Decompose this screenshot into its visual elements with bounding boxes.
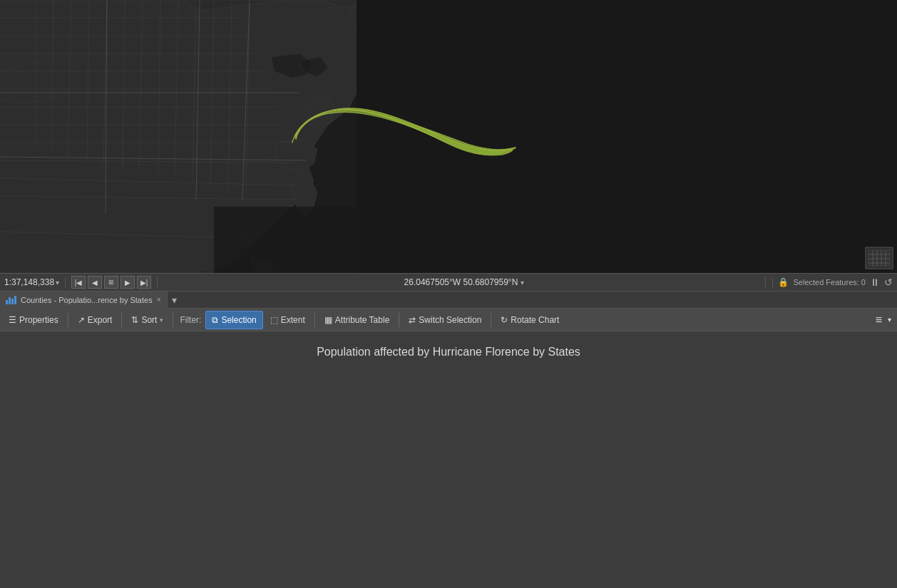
rotate-chart-button[interactable]: ↻ Rotate Chart	[495, 311, 565, 329]
nav-forward-btn[interactable]: ▶	[121, 276, 135, 289]
rotate-chart-label: Rotate Chart	[511, 315, 559, 325]
separator-4	[314, 313, 315, 327]
separator-3	[173, 313, 173, 327]
attribute-table-button[interactable]: ▦ Attribute Table	[319, 311, 396, 329]
content-area: Population affected by Hurricane Florenc…	[0, 331, 897, 588]
refresh-btn[interactable]: ↺	[884, 277, 893, 288]
properties-button[interactable]: ☰ Properties	[3, 311, 64, 329]
toolbar-dropdown-button[interactable]: ▾	[885, 311, 894, 329]
coord-dropdown-arrow[interactable]: ▾	[521, 279, 524, 287]
separator-5	[399, 313, 399, 327]
extent-filter-icon: ⬚	[270, 315, 278, 325]
nav-last-btn[interactable]: ▶|	[137, 276, 151, 289]
export-icon: ↗	[78, 315, 85, 325]
active-tab[interactable]: Counties - Populatio...rence by States ×	[0, 292, 168, 309]
toolbar-right: ≡ ▾	[873, 311, 894, 329]
export-button[interactable]: ↗ Export	[72, 311, 118, 329]
sort-icon: ⇅	[131, 315, 138, 325]
switch-selection-icon: ⇄	[409, 315, 416, 325]
switch-selection-button[interactable]: ⇄ Switch Selection	[403, 311, 487, 329]
status-bar: 1:37,148,338 ▾ |◀ ◀ ⊞ ▶ ▶| 26.0467505°W …	[0, 273, 897, 292]
separator-6	[491, 313, 491, 327]
list-view-button[interactable]: ≡	[873, 311, 885, 329]
sort-button[interactable]: ⇅ Sort ▾	[125, 311, 169, 329]
tab-close-btn[interactable]: ×	[157, 296, 161, 304]
properties-label: Properties	[19, 315, 58, 325]
svg-rect-29	[868, 250, 890, 266]
filter-label: Filter:	[177, 315, 204, 325]
tab-bar: Counties - Populatio...rence by States ×…	[0, 292, 897, 309]
tab-chart-icon	[6, 296, 16, 304]
extent-filter-label: Extent	[281, 315, 305, 325]
svg-rect-27	[214, 207, 392, 273]
selected-features-label: Selected Features: 0	[793, 278, 866, 287]
right-status: | 🔒 Selected Features: 0 ⏸ ↺	[765, 277, 893, 288]
nav-tools[interactable]: |◀ ◀ ⊞ ▶ ▶|	[71, 276, 158, 289]
nav-back-btn[interactable]: ◀	[88, 276, 102, 289]
nav-first-btn[interactable]: |◀	[71, 276, 86, 289]
selection-filter-label: Selection	[221, 315, 256, 325]
tab-label: Counties - Populatio...rence by States	[21, 296, 153, 304]
rotate-chart-icon: ↻	[501, 315, 508, 325]
map-container[interactable]	[0, 0, 897, 273]
nav-grid-btn[interactable]: ⊞	[104, 276, 118, 289]
scale-value: 1:37,148,338	[4, 277, 54, 287]
toolbar: ☰ Properties ↗ Export ⇅ Sort ▾ Filter: ⧉…	[0, 309, 897, 331]
switch-selection-label: Switch Selection	[419, 315, 481, 325]
coordinates-display[interactable]: 26.0467505°W 50.6807959°N ▾	[163, 277, 765, 287]
attribute-table-icon: ▦	[324, 315, 332, 325]
sort-label: Sort	[141, 315, 157, 325]
coord-text: 26.0467505°W 50.6807959°N	[404, 277, 518, 287]
pause-btn[interactable]: ⏸	[870, 277, 880, 288]
map-svg	[0, 0, 897, 273]
chart-title: Population affected by Hurricane Florenc…	[317, 346, 580, 359]
extent-filter-button[interactable]: ⬚ Extent	[265, 311, 311, 329]
selection-filter-icon: ⧉	[212, 315, 218, 325]
attribute-table-label: Attribute Table	[335, 315, 390, 325]
scale-dropdown-arrow[interactable]: ▾	[56, 279, 59, 287]
properties-icon: ☰	[9, 315, 16, 325]
scale-selector[interactable]: 1:37,148,338 ▾	[4, 277, 66, 287]
export-label: Export	[88, 315, 113, 325]
separator-2	[121, 313, 122, 327]
tab-add-btn[interactable]: ▾	[168, 292, 182, 309]
sort-dropdown-arrow: ▾	[160, 316, 163, 324]
selection-filter-button[interactable]: ⧉ Selection	[205, 311, 262, 329]
separator-1	[68, 313, 68, 327]
